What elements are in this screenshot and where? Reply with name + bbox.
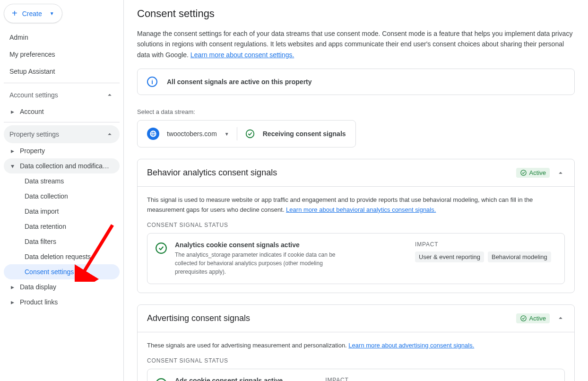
sidebar: + Create ▼ Admin My preferences Setup As… (0, 0, 124, 381)
info-icon: i (147, 77, 157, 87)
nav-setup-assistant[interactable]: Setup Assistant (4, 63, 120, 80)
arrow-right-icon: ▸ (9, 147, 16, 155)
nav-my-preferences[interactable]: My preferences (4, 46, 120, 63)
arrow-down-icon: ▾ (9, 162, 16, 170)
chevron-up-icon (105, 91, 114, 99)
card-advertising: Advertising consent signals Active These… (137, 304, 575, 381)
impact-label: IMPACT (415, 241, 557, 248)
chevron-up-icon[interactable] (556, 169, 565, 177)
divider (4, 122, 120, 122)
tree-data-collection[interactable]: ▾ Data collection and modifica… (4, 158, 120, 173)
check-circle-icon (155, 242, 167, 254)
nav-admin[interactable]: Admin (4, 29, 120, 46)
stream-name: twooctobers.com (167, 130, 217, 138)
card-header[interactable]: Behavior analytics consent signals Activ… (138, 159, 574, 187)
card-title: Advertising consent signals (147, 313, 250, 323)
tree-data-display[interactable]: ▸ Data display (4, 279, 120, 294)
stream-status: Receiving consent signals (263, 130, 346, 138)
globe-icon (147, 128, 159, 140)
status-subtitle: The analytics_storage parameter indicate… (175, 251, 345, 276)
chevron-up-icon (105, 130, 114, 139)
chevron-up-icon[interactable] (556, 314, 565, 322)
consent-status-label: CONSENT SIGNAL STATUS (147, 357, 565, 364)
status-title: Ads cookie consent signals active (175, 377, 317, 381)
divider (4, 83, 120, 83)
impact-chips: User & event reporting Behavioral modeli… (415, 251, 557, 263)
arrow-right-icon: ▸ (9, 298, 16, 306)
active-badge: Active (516, 313, 550, 323)
intro-text: Manage the consent settings for each of … (137, 28, 575, 60)
sub-data-filters[interactable]: Data filters (4, 234, 120, 249)
consent-status-label: CONSENT SIGNAL STATUS (147, 222, 565, 228)
card-desc-link[interactable]: Learn more about behavioral analytics co… (286, 206, 436, 213)
arrow-right-icon: ▸ (9, 283, 16, 291)
intro-link[interactable]: Learn more about consent settings. (190, 51, 294, 59)
card-title: Behavior analytics consent signals (147, 168, 277, 178)
sub-data-deletion[interactable]: Data deletion requests (4, 249, 120, 264)
page-title: Consent settings (137, 8, 575, 20)
sub-data-collection[interactable]: Data collection (4, 189, 120, 204)
svg-point-3 (520, 316, 526, 321)
card-description: This signal is used to measure website o… (147, 195, 565, 215)
property-settings-header[interactable]: Property settings (4, 125, 120, 143)
tree-property[interactable]: ▸ Property (4, 143, 120, 158)
svg-point-0 (246, 130, 254, 138)
plus-icon: + (12, 8, 17, 19)
chip: Behavioral modeling (488, 251, 551, 262)
status-box: Ads cookie consent signals active The ad… (147, 369, 565, 381)
banner-text: All consent signals are active on this p… (167, 78, 312, 86)
status-box: Analytics cookie consent signals active … (147, 233, 565, 284)
tree-product-links[interactable]: ▸ Product links (4, 294, 120, 310)
check-circle-icon (155, 378, 167, 381)
chip: User & event reporting (415, 251, 484, 262)
active-badge: Active (516, 168, 550, 178)
impact-label: IMPACT (325, 377, 557, 381)
check-circle-icon (245, 129, 255, 139)
card-desc-link[interactable]: Learn more about advertising consent sig… (348, 342, 474, 349)
stream-select-label: Select a data stream: (137, 108, 575, 115)
arrow-right-icon: ▸ (9, 108, 16, 115)
svg-point-1 (520, 170, 526, 175)
svg-point-4 (156, 379, 166, 381)
svg-point-2 (156, 243, 166, 253)
info-banner: i All consent signals are active on this… (137, 69, 575, 95)
card-description: These signals are used for advertising m… (147, 341, 565, 351)
create-label: Create (22, 10, 42, 17)
tree-account[interactable]: ▸ Account (4, 104, 120, 119)
account-settings-header[interactable]: Account settings (4, 86, 120, 104)
create-button[interactable]: + Create ▼ (4, 4, 62, 23)
sub-consent-settings[interactable]: Consent settings (4, 264, 120, 279)
sub-data-streams[interactable]: Data streams (4, 173, 120, 189)
card-header[interactable]: Advertising consent signals Active (138, 305, 574, 332)
main-content: Consent settings Manage the consent sett… (124, 0, 588, 381)
stream-dropdown[interactable]: ▼ (225, 131, 229, 137)
sub-data-import[interactable]: Data import (4, 204, 120, 219)
status-title: Analytics cookie consent signals active (175, 241, 345, 249)
stream-picker: twooctobers.com ▼ Receiving consent sign… (137, 120, 356, 147)
card-behavior-analytics: Behavior analytics consent signals Activ… (137, 159, 575, 293)
sub-data-retention[interactable]: Data retention (4, 219, 120, 234)
caret-down-icon: ▼ (50, 11, 54, 16)
divider (237, 127, 237, 140)
